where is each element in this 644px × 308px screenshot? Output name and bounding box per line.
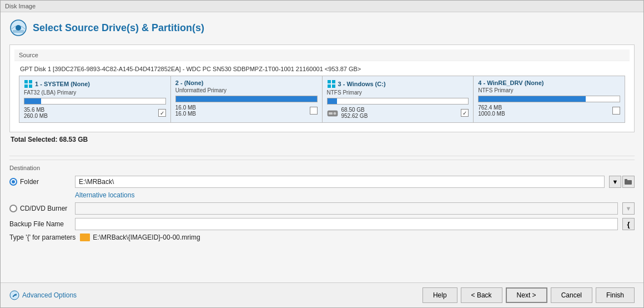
- partition-3-type: NTFS Primary: [327, 90, 469, 96]
- partition-2-bar: [175, 96, 318, 102]
- partition-2-name: 2 - (None): [175, 80, 204, 86]
- folder-row: Folder ▼: [9, 176, 635, 188]
- svg-rect-4: [29, 80, 32, 83]
- cddvd-input-buttons: ▼: [622, 202, 635, 215]
- partition-2-size1: 16.0 MB: [175, 105, 196, 111]
- partition-4-checkbox[interactable]: [612, 107, 620, 115]
- svg-rect-13: [329, 112, 333, 115]
- partition-3-size2: 952.62 GB: [341, 113, 368, 119]
- windows-icon-3: [327, 80, 336, 88]
- folder-path-input[interactable]: [75, 176, 605, 188]
- cddvd-radio-text: CD/DVD Burner: [20, 205, 67, 212]
- total-selected-label: Total Selected: 68.53 GB: [11, 136, 88, 143]
- partition-3-fill: [328, 98, 338, 104]
- partitions-row: 1 - SYSTEM (None) FAT32 (LBA) Primary 35…: [19, 76, 625, 123]
- page-header: Select Source Drive(s) & Partition(s): [9, 19, 635, 37]
- footer-bar: Advanced Options Help < Back Next > Canc…: [1, 282, 643, 307]
- partition-1: 1 - SYSTEM (None) FAT32 (LBA) Primary 35…: [19, 76, 171, 122]
- folder-radio-text: Folder: [20, 178, 39, 186]
- params-path-text: E:\MRBack\{IMAGEID}-00-00.mrimg: [93, 234, 200, 241]
- folder-input-buttons: ▼: [609, 176, 635, 188]
- drive-icon: [9, 19, 27, 37]
- destination-section: Destination Folder ▼: [9, 160, 635, 241]
- brace-button[interactable]: {: [622, 218, 635, 230]
- backup-file-input[interactable]: [75, 218, 618, 230]
- total-selected-value: 68.53 GB: [59, 136, 88, 143]
- cddvd-radio[interactable]: [9, 205, 17, 212]
- params-path: E:\MRBack\{IMAGEID}-00-00.mrimg: [80, 234, 200, 241]
- partition-2-size2: 16.0 MB: [175, 111, 196, 117]
- partition-4-name: 4 - WinRE_DRV (None): [478, 80, 544, 86]
- folder-icon-inline: [80, 234, 90, 241]
- backup-name-row: Backup File Name {: [9, 218, 635, 230]
- svg-rect-8: [332, 80, 335, 83]
- source-section: Source GPT Disk 1 [39DC27E6-9893-4C82-A1…: [9, 44, 635, 132]
- partition-1-size2: 260.0 MB: [24, 113, 48, 119]
- partition-4: 4 - WinRE_DRV (None) NTFS Primary 762.4 …: [474, 76, 625, 122]
- svg-rect-9: [328, 85, 331, 88]
- title-bar: Disk Image: [1, 1, 643, 12]
- cddvd-radio-label[interactable]: CD/DVD Burner: [9, 205, 71, 212]
- main-window: Disk Image Select Source Drive(s) & Part…: [0, 0, 644, 308]
- partition-1-checkbox[interactable]: ✓: [158, 109, 166, 117]
- svg-rect-10: [332, 85, 335, 88]
- svg-rect-2: [13, 30, 24, 33]
- partition-4-size2: 1000.0 MB: [478, 111, 505, 117]
- windows-icon-1: [24, 80, 33, 88]
- window-title: Disk Image: [5, 3, 36, 9]
- partition-1-type: FAT32 (LBA) Primary: [24, 90, 166, 96]
- svg-rect-6: [29, 85, 32, 88]
- svg-rect-7: [328, 80, 331, 83]
- next-button[interactable]: Next >: [506, 287, 547, 303]
- params-label: Type '{' for parameters: [9, 234, 76, 241]
- cddvd-row: CD/DVD Burner ▼: [9, 202, 635, 215]
- partition-2-type: Unformatted Primary: [175, 87, 318, 93]
- svg-rect-3: [24, 80, 28, 83]
- partition-1-name: 1 - SYSTEM (None): [35, 81, 90, 87]
- svg-point-12: [333, 112, 336, 115]
- partition-4-fill: [479, 96, 586, 102]
- partition-3-checkbox[interactable]: ✓: [461, 109, 469, 117]
- folder-radio-label[interactable]: Folder: [9, 178, 71, 186]
- disk-label: GPT Disk 1 [39DC27E6-9893-4C82-A145-D4D4…: [19, 66, 625, 72]
- wrench-icon: [9, 290, 19, 300]
- partition-2-fill: [176, 96, 317, 102]
- svg-rect-14: [625, 180, 632, 185]
- drive-small-icon: [327, 108, 338, 118]
- svg-rect-5: [24, 85, 28, 88]
- partition-3: 3 - Windows (C:) NTFS Primary: [323, 76, 474, 122]
- finish-button[interactable]: Finish: [596, 287, 635, 303]
- partition-3-size1: 68.50 GB: [341, 107, 368, 113]
- folder-radio[interactable]: [9, 178, 17, 186]
- partition-3-bar: [327, 98, 469, 105]
- partition-1-size1: 35.6 MB: [24, 107, 48, 113]
- advanced-options-link[interactable]: Advanced Options: [9, 290, 77, 300]
- advanced-options-label: Advanced Options: [22, 291, 77, 299]
- cancel-button[interactable]: Cancel: [551, 287, 592, 303]
- footer-buttons: Help < Back Next > Cancel Finish: [422, 287, 635, 303]
- partition-1-fill: [24, 98, 41, 104]
- backup-file-label: Backup File Name: [9, 220, 71, 228]
- partition-4-bar: [478, 96, 620, 102]
- partition-1-bar: [24, 98, 166, 105]
- source-label: Source: [14, 49, 630, 61]
- partition-4-type: NTFS Primary: [478, 87, 620, 93]
- page-title: Select Source Drive(s) & Partition(s): [33, 22, 204, 34]
- cddvd-path-input: [75, 202, 618, 215]
- alt-locations-link[interactable]: Alternative locations: [75, 191, 635, 199]
- params-row: Type '{' for parameters E:\MRBack\{IMAGE…: [9, 234, 635, 241]
- partition-4-size1: 762.4 MB: [478, 105, 505, 111]
- back-button[interactable]: < Back: [461, 287, 502, 303]
- partition-2-checkbox[interactable]: [310, 107, 318, 115]
- destination-label: Destination: [9, 165, 635, 171]
- folder-open-icon: [625, 178, 632, 185]
- svg-rect-15: [625, 179, 627, 181]
- partition-2: 2 - (None) Unformatted Primary 16.0 MB 1…: [171, 76, 323, 122]
- partition-3-name: 3 - Windows (C:): [338, 81, 386, 87]
- cddvd-dropdown-btn[interactable]: ▼: [622, 202, 635, 215]
- folder-dropdown-btn[interactable]: ▼: [609, 176, 621, 188]
- help-button[interactable]: Help: [422, 287, 457, 303]
- folder-browse-btn[interactable]: [622, 176, 635, 188]
